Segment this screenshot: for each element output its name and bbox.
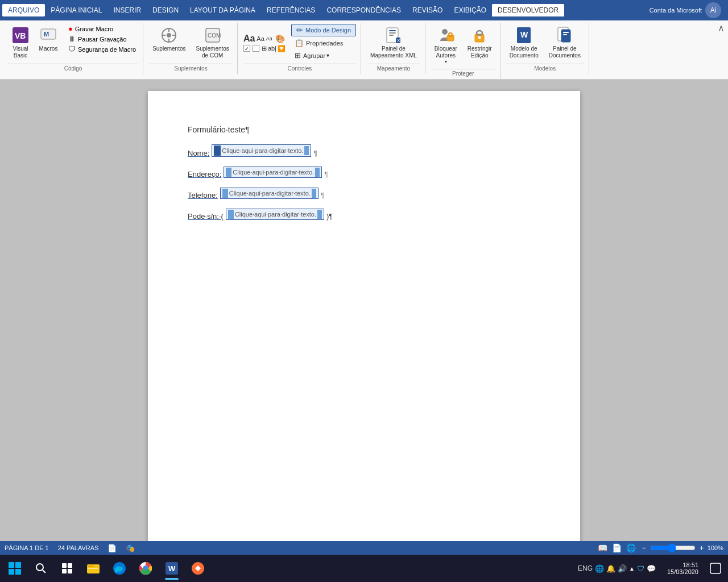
propriedades-icon: 📋 xyxy=(295,39,304,47)
menu-design[interactable]: DESIGN xyxy=(147,4,184,16)
menu-inserir[interactable]: INSERIR xyxy=(107,4,147,16)
ribbon-group-codigo: VB VisualBasic M Macros ● Gravar Macro ⏸ xyxy=(3,23,143,74)
svg-rect-38 xyxy=(62,569,67,573)
suplementos-button[interactable]: Suplementos xyxy=(149,24,189,54)
pausar-label: Pausar Gravação xyxy=(78,36,127,43)
notification-button[interactable] xyxy=(705,556,726,581)
svg-rect-42 xyxy=(88,568,98,569)
grid-icon: ⊞ xyxy=(262,45,267,52)
notification-icon[interactable]: 🔔 xyxy=(606,564,615,573)
painel-docs-icon xyxy=(556,26,574,44)
zoom-slider[interactable] xyxy=(650,543,696,552)
tray-icon2[interactable]: 💬 xyxy=(647,564,656,573)
menu-arquivo[interactable]: ARQUIVO xyxy=(2,4,45,16)
arrow-up-icon[interactable]: ▲ xyxy=(629,566,635,572)
svg-rect-29 xyxy=(563,34,567,35)
painel-documentos-button[interactable]: Painel deDocumentos xyxy=(545,24,584,61)
account-button[interactable]: Conta da Microsoft Ai xyxy=(645,1,726,19)
taskbar-app-explorer[interactable] xyxy=(81,556,106,581)
macros-button[interactable]: M Macros xyxy=(34,24,63,54)
zoom-minus-icon[interactable]: － xyxy=(640,543,648,553)
content-control-nome[interactable]: Clique·aqui·para·digitar·texto. xyxy=(212,144,311,157)
content-control-endereco[interactable]: Clique·aqui·para·digitar·texto. xyxy=(224,167,322,178)
painel-xml-button[interactable]: XML Painel deMapeamento XML xyxy=(367,24,420,61)
aa-tiny-icon: Aa xyxy=(266,36,272,41)
taskbar-app-extra[interactable] xyxy=(185,556,210,581)
form-field-telefone: Telefone: Clique·aqui·para·digitar·texto… xyxy=(188,188,540,199)
field-label-nome: Nome: xyxy=(188,149,209,157)
propriedades-button[interactable]: 📋 Propriedades xyxy=(291,37,356,49)
taskbar-right: ENG 🌐 🔔 🔊 ▲ 🛡 💬 18:51 15/03/2020 xyxy=(573,556,726,581)
svg-rect-39 xyxy=(68,569,72,573)
cc-text-telefone: Clique·aqui·para·digitar·texto. xyxy=(229,190,311,197)
bloquear-chevron: ▾ xyxy=(445,59,447,64)
view-read-icon[interactable]: 📖 xyxy=(598,543,607,552)
menu-revisao[interactable]: REVISÃO xyxy=(407,4,448,16)
field-label-endereco: Endereço: xyxy=(188,170,221,178)
bloquear-autores-button[interactable]: BloquearAutores ▾ xyxy=(431,24,461,66)
zoom-plus-icon[interactable]: ＋ xyxy=(698,543,705,553)
field-label-pode-sn: Pode·s/n:·( xyxy=(188,212,224,221)
avatar: Ai xyxy=(705,2,721,18)
cc-text-nome: Clique·aqui·para·digitar·texto. xyxy=(222,147,303,154)
content-control-telefone[interactable]: Clique·aqui·para·digitar·texto. xyxy=(220,188,318,199)
restringir-edicao-button[interactable]: RestringirEdição xyxy=(464,24,495,61)
menu-correspondencias[interactable]: CORRESPONDÊNCIAS xyxy=(321,4,407,16)
gravar-macro-button[interactable]: ● Gravar Macro xyxy=(66,24,138,34)
menu-layout[interactable]: LAYOUT DA PÁGINA xyxy=(184,4,261,16)
menu-referencias[interactable]: REFERÊNCIAS xyxy=(261,4,321,16)
svg-text:VB: VB xyxy=(15,31,26,40)
svg-rect-32 xyxy=(9,569,14,575)
tray-icon1[interactable]: 🛡 xyxy=(637,564,644,573)
menu-desenvolvedor[interactable]: DESENVOLVEDOR xyxy=(492,4,564,16)
pausar-gravacao-button[interactable]: ⏸ Pausar Gravação xyxy=(66,34,138,44)
menu-exibicao[interactable]: EXIBIÇÃO xyxy=(448,4,492,16)
taskbar-app-chrome[interactable] xyxy=(133,556,158,581)
doc-title-line: Formulário·teste¶ xyxy=(188,125,540,134)
search-button[interactable] xyxy=(28,556,53,581)
taskbar-app-edge[interactable] xyxy=(107,556,132,581)
view-layout-icon[interactable]: 📄 xyxy=(612,543,622,552)
network-icon[interactable]: 🌐 xyxy=(595,564,604,573)
view-web-icon[interactable]: 🌐 xyxy=(626,543,636,552)
zoom-control[interactable]: － ＋ 100% xyxy=(640,543,723,553)
ribbon-top: ARQUIVO PÁGINA INICIAL INSERIR DESIGN LA… xyxy=(0,0,728,20)
macro-actions: ● Gravar Macro ⏸ Pausar Gravação 🛡 Segur… xyxy=(66,24,138,54)
language-icon[interactable]: ENG xyxy=(578,564,593,572)
volume-icon[interactable]: 🔊 xyxy=(618,564,627,573)
modo-design-button[interactable]: ✏ Modo de Design xyxy=(291,24,356,36)
painel-xml-label: Painel deMapeamento XML xyxy=(370,45,417,59)
gravar-macro-label: Gravar Macro xyxy=(75,26,113,32)
menu-pagina-inicial[interactable]: PÁGINA INICIAL xyxy=(45,4,107,16)
macros-icon: M xyxy=(39,26,57,44)
ribbon-label-controles: Controles xyxy=(243,64,356,72)
pilcrow-endereco: ¶ xyxy=(324,171,328,178)
agrupar-icon: ⊞ xyxy=(295,51,301,60)
zoom-level: 100% xyxy=(708,544,723,551)
ribbon-label-suplementos: Suplementos xyxy=(149,64,233,72)
ribbon-collapse-button[interactable]: ∧ xyxy=(718,23,725,34)
svg-rect-36 xyxy=(62,563,67,568)
svg-text:W: W xyxy=(168,564,176,573)
status-icon1: 📄 xyxy=(107,544,117,552)
svg-rect-22 xyxy=(477,31,482,35)
content-control-pode-sn[interactable]: Clique·aqui·para·digitar·texto. xyxy=(226,209,324,220)
visual-basic-icon: VB xyxy=(11,26,30,44)
ribbon: VB VisualBasic M Macros ● Gravar Macro ⏸ xyxy=(0,20,728,80)
cc-end-nome xyxy=(304,146,309,155)
modelo-documento-button[interactable]: W Modelo deDocumento xyxy=(506,24,542,61)
cc-handle-nome xyxy=(214,146,221,156)
start-button[interactable] xyxy=(2,556,27,581)
ribbon-group-mapeamento: XML Painel deMapeamento XML Mapeamento xyxy=(362,23,425,74)
restringir-edicao-icon xyxy=(470,26,489,44)
suplementos-com-button[interactable]: COM Suplementosde COM xyxy=(193,24,233,61)
seguranca-macro-button[interactable]: 🛡 Segurança de Macro xyxy=(66,44,138,54)
taskbar-app-word[interactable]: W xyxy=(159,556,184,581)
visual-basic-button[interactable]: VB VisualBasic xyxy=(8,24,33,61)
restringir-edicao-label: RestringirEdição xyxy=(468,45,492,59)
ribbon-label-proteger: Proteger xyxy=(431,69,495,77)
clock[interactable]: 18:51 15/03/2020 xyxy=(663,562,703,575)
cb1 xyxy=(243,45,250,52)
agrupar-button[interactable]: ⊞ Agrupar ▾ xyxy=(291,49,356,61)
task-view-button[interactable] xyxy=(55,556,80,581)
